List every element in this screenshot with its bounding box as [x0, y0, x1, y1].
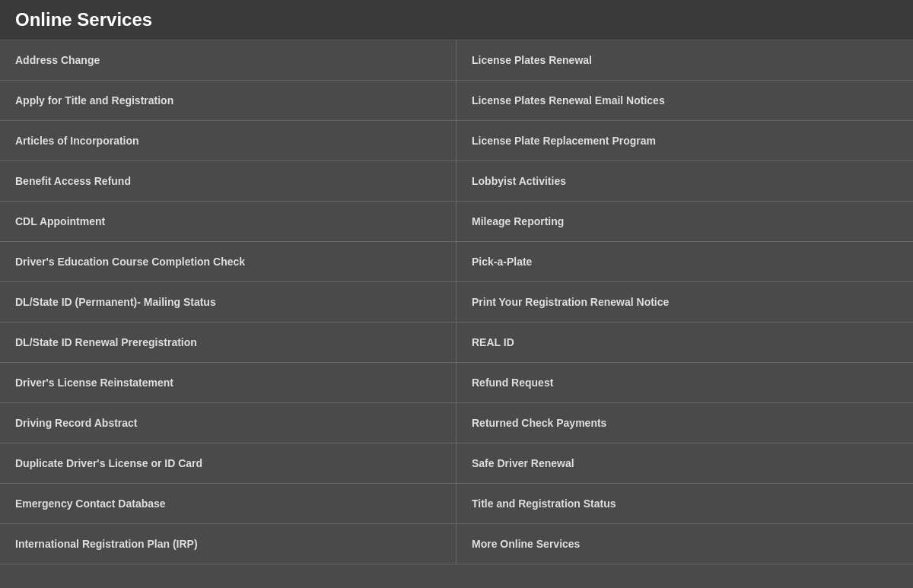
page-title: Online Services — [15, 9, 898, 30]
left-service-item-11[interactable]: Emergency Contact Database — [0, 484, 456, 524]
right-service-item-0[interactable]: License Plates Renewal — [456, 40, 913, 81]
right-service-item-6[interactable]: Print Your Registration Renewal Notice — [456, 282, 913, 323]
page-container: Online Services Address ChangeApply for … — [0, 0, 913, 564]
right-service-item-8[interactable]: Refund Request — [456, 363, 913, 403]
right-service-item-4[interactable]: Mileage Reporting — [456, 202, 913, 242]
right-service-item-12[interactable]: More Online Services — [456, 524, 913, 564]
left-service-item-9[interactable]: Driving Record Abstract — [0, 403, 456, 443]
right-service-item-9[interactable]: Returned Check Payments — [456, 403, 913, 443]
right-service-item-7[interactable]: REAL ID — [456, 323, 913, 363]
left-service-item-10[interactable]: Duplicate Driver's License or ID Card — [0, 443, 456, 484]
left-service-item-6[interactable]: DL/State ID (Permanent)- Mailing Status — [0, 282, 456, 323]
left-service-item-1[interactable]: Apply for Title and Registration — [0, 81, 456, 121]
right-service-item-5[interactable]: Pick-a-Plate — [456, 242, 913, 282]
left-service-item-7[interactable]: DL/State ID Renewal Preregistration — [0, 323, 456, 363]
left-service-item-5[interactable]: Driver's Education Course Completion Che… — [0, 242, 456, 282]
left-service-item-0[interactable]: Address Change — [0, 40, 456, 81]
right-service-item-11[interactable]: Title and Registration Status — [456, 484, 913, 524]
right-service-item-3[interactable]: Lobbyist Activities — [456, 161, 913, 202]
left-service-item-2[interactable]: Articles of Incorporation — [0, 121, 456, 161]
right-service-item-2[interactable]: License Plate Replacement Program — [456, 121, 913, 161]
services-grid: Address ChangeApply for Title and Regist… — [0, 40, 913, 564]
page-header: Online Services — [0, 0, 913, 40]
right-service-item-1[interactable]: License Plates Renewal Email Notices — [456, 81, 913, 121]
left-service-item-3[interactable]: Benefit Access Refund — [0, 161, 456, 202]
left-service-item-4[interactable]: CDL Appointment — [0, 202, 456, 242]
left-service-item-12[interactable]: International Registration Plan (IRP) — [0, 524, 456, 564]
left-service-item-8[interactable]: Driver's License Reinstatement — [0, 363, 456, 403]
right-column: License Plates RenewalLicense Plates Ren… — [456, 40, 913, 564]
right-service-item-10[interactable]: Safe Driver Renewal — [456, 443, 913, 484]
left-column: Address ChangeApply for Title and Regist… — [0, 40, 456, 564]
